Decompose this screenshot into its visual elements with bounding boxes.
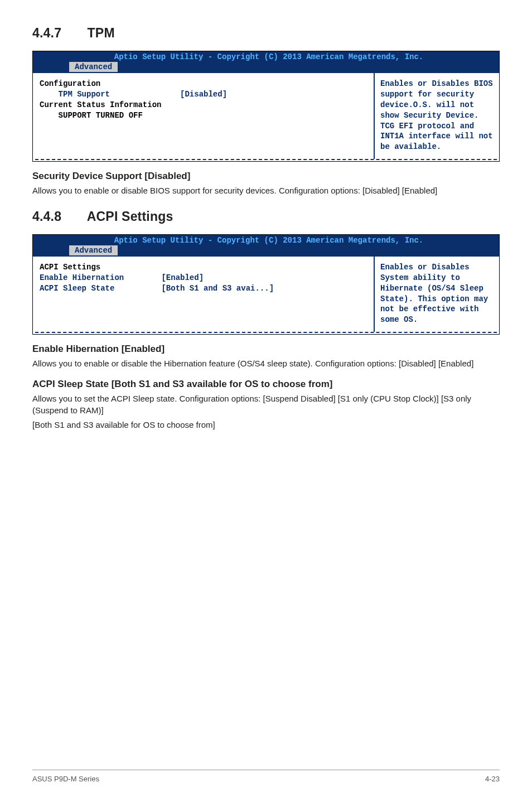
section-number: 4.4.7	[32, 26, 84, 41]
subheading-security-device-support: Security Device Support [Disabled]	[32, 171, 500, 182]
bios-field-enable-hibernation: Enable Hibernation	[40, 273, 124, 282]
paragraph-acpi-sleep-state-1: Allows you to set the ACPI Sleep state. …	[32, 393, 500, 416]
bios-main-pane: ACPI Settings Enable Hibernation [Enable…	[33, 257, 374, 332]
bios-line-current-status: Current Status Information	[40, 100, 367, 110]
bios-tab-advanced: Advanced	[69, 61, 118, 72]
bios-help-pane: Enables or Disables BIOS support for sec…	[374, 73, 499, 159]
bios-header: Aptio Setup Utility - Copyright (C) 2013…	[33, 235, 499, 255]
bios-title-text: Aptio Setup Utility - Copyright (C) 2013…	[33, 51, 499, 61]
bios-help-text: Enables or Disables BIOS support for sec…	[380, 79, 493, 151]
bios-title-text: Aptio Setup Utility - Copyright (C) 2013…	[33, 235, 499, 245]
bios-main-pane: Configuration TPM Support [Disabled] Cur…	[33, 73, 374, 159]
bios-value-enable-hibernation: [Enabled]	[161, 273, 204, 283]
paragraph-acpi-sleep-state-2: [Both S1 and S3 available for OS to choo…	[32, 419, 500, 431]
bios-line-acpi-settings: ACPI Settings	[40, 262, 367, 273]
bios-panel-acpi: Aptio Setup Utility - Copyright (C) 2013…	[32, 234, 500, 335]
bios-value-tpm-support: [Disabled]	[180, 89, 227, 100]
bios-field-tpm-support: TPM Support	[40, 90, 110, 99]
paragraph-enable-hibernation: Allows you to enable or disable the Hibe…	[32, 358, 500, 370]
subheading-acpi-sleep-state: ACPI Sleep State [Both S1 and S3 availab…	[32, 379, 500, 390]
bios-line-support-turned-off: SUPPORT TURNED OFF	[40, 110, 367, 121]
subheading-enable-hibernation: Enable Hibernation [Enabled]	[32, 344, 500, 355]
section-title: TPM	[88, 26, 115, 40]
section-heading-acpi: 4.4.8 ACPI Settings	[32, 209, 500, 224]
bios-tab-advanced: Advanced	[69, 245, 118, 255]
paragraph-security-device-support: Allows you to enable or disable BIOS sup…	[32, 185, 500, 197]
bios-field-acpi-sleep-state: ACPI Sleep State	[40, 284, 114, 293]
section-heading-tpm: 4.4.7 TPM	[32, 26, 500, 41]
page-footer: ASUS P9D-M Series 4-23	[32, 770, 500, 783]
bios-panel-tpm: Aptio Setup Utility - Copyright (C) 2013…	[32, 51, 500, 162]
bios-line-configuration: Configuration	[40, 79, 367, 89]
bios-divider	[35, 332, 497, 333]
bios-header: Aptio Setup Utility - Copyright (C) 2013…	[33, 51, 499, 72]
section-number: 4.4.8	[32, 209, 84, 224]
bios-value-acpi-sleep-state: [Both S1 and S3 avai...]	[161, 283, 274, 294]
section-title: ACPI Settings	[87, 209, 173, 224]
bios-help-pane: Enables or Disables System ability to Hi…	[374, 257, 499, 332]
bios-divider	[35, 159, 497, 160]
footer-product: ASUS P9D-M Series	[32, 775, 99, 783]
footer-page-number: 4-23	[485, 775, 500, 783]
bios-help-text: Enables or Disables System ability to Hi…	[380, 263, 488, 324]
